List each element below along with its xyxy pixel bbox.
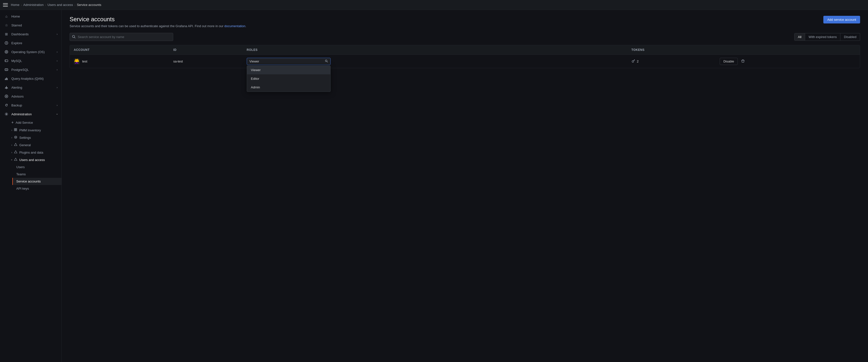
sidebar-item-backup[interactable]: Backup › [0,101,61,110]
svg-rect-37 [79,60,79,62]
svg-rect-26 [76,59,76,59]
sidebar-item-general[interactable]: › General [11,141,61,149]
documentation-link[interactable]: documentation [224,24,245,28]
sidebar-item-postgresql-label: PostgreSQL [11,68,29,72]
breadcrumb-sep-1: › [21,3,22,6]
filter-tab-disabled[interactable]: Disabled [840,33,860,41]
breadcrumb-current: Service accounts [77,3,101,7]
main-content: Service accounts Service accounts and th… [62,10,868,362]
role-option-viewer[interactable]: Viewer [247,66,330,74]
sidebar-item-advisors[interactable]: Advisors [0,92,61,101]
col-id: ID [169,45,243,55]
sidebar-item-users-label: Users [16,165,25,169]
page-title: Service accounts [69,16,246,23]
pmm-chevron: › [11,129,12,132]
filter-bar: All With expired tokens Disabled [69,33,860,41]
role-dropdown-input[interactable] [247,58,331,65]
sidebar-item-pmm-inventory[interactable]: › PMM Inventory [11,127,61,134]
sidebar-item-home-label: Home [11,15,20,18]
add-service-icon: + [11,120,13,125]
sidebar-item-administration[interactable]: Administration › [0,110,61,118]
tokens-count: 2 [637,59,639,63]
delete-button[interactable] [740,58,746,65]
os-icon [4,49,9,54]
sidebar-item-alerting-label: Alerting [11,86,22,89]
sidebar-item-api-keys[interactable]: API keys [16,185,61,192]
sidebar-item-service-accounts[interactable]: Service accounts [12,178,61,185]
sidebar-item-advisors-label: Advisors [11,94,24,98]
add-service-account-button[interactable]: Add service account [823,16,860,24]
col-tokens: Tokens [627,45,716,55]
search-input[interactable] [69,33,173,41]
sidebar-item-explore[interactable]: Explore [0,38,61,48]
sidebar-item-teams[interactable]: Teams [16,171,61,178]
svg-rect-32 [75,60,75,60]
role-option-editor[interactable]: Editor [247,74,330,83]
service-accounts-table: Account ID Roles Tokens [70,45,860,68]
sidebar-item-starred[interactable]: ☆ Starred [0,21,61,30]
sidebar-item-alerting[interactable]: Alerting › [0,83,61,92]
breadcrumb-administration[interactable]: Administration [23,3,43,7]
sidebar-item-users-access[interactable]: › Users and access [11,156,61,164]
svg-point-15 [5,95,8,98]
sidebar-item-os[interactable]: Operating System (OS) › [0,48,61,56]
svg-point-42 [325,60,327,62]
sidebar-item-pmm-label: PMM Inventory [19,129,41,132]
account-avatar [74,58,80,64]
filter-tab-expired[interactable]: With expired tokens [805,33,840,41]
sidebar-nav: ⌂ Home ☆ Starred ⊞ Dashboards › Explore [0,10,61,194]
svg-point-23 [14,136,17,139]
sidebar-item-add-service-label: Add Service [16,121,33,124]
dashboards-icon: ⊞ [4,32,9,36]
main-layout: ⌂ Home ☆ Starred ⊞ Dashboards › Explore [0,10,868,362]
role-search-field[interactable] [249,59,323,63]
mysql-icon [4,58,9,63]
sidebar-item-teams-label: Teams [16,172,26,176]
role-option-admin[interactable]: Admin [247,83,330,92]
sidebar-item-home[interactable]: ⌂ Home [0,12,61,21]
breadcrumb-users-access[interactable]: Users and access [48,3,73,7]
alert-icon [4,85,9,90]
page-title-area: Service accounts Service accounts and th… [69,16,246,28]
svg-point-14 [6,88,7,89]
svg-rect-41 [77,63,78,63]
plugins-icon [14,150,17,154]
svg-rect-12 [7,78,8,80]
svg-rect-28 [75,59,75,60]
sidebar-item-mysql-label: MySQL [11,59,22,63]
sidebar-item-dashboards[interactable]: ⊞ Dashboards › [0,30,61,38]
sidebar-item-qan[interactable]: Query Analytics (QAN) [0,74,61,83]
breadcrumb-home[interactable]: Home [11,3,20,7]
settings-chevron: › [11,136,12,139]
sidebar-item-plugins[interactable]: › Plugins and data [11,149,61,156]
disable-button[interactable]: Disable [720,58,738,65]
filter-tab-all[interactable]: All [794,33,805,41]
actions-cell: Disable [716,55,860,68]
account-id-cell: sa-test [169,55,243,68]
sidebar-item-api-keys-label: API keys [16,187,29,190]
users-access-icon [14,158,17,162]
pmm-inventory-icon [14,128,17,132]
home-icon: ⌂ [4,14,9,19]
svg-rect-6 [5,68,8,71]
sidebar-item-settings[interactable]: › Settings [11,134,61,141]
menu-icon[interactable] [3,2,8,7]
sidebar-item-users-access-label: Users and access [19,158,45,162]
svg-rect-29 [76,59,78,60]
svg-rect-19 [16,129,17,130]
svg-rect-39 [76,62,78,63]
sidebar-item-settings-label: Settings [19,136,31,140]
sidebar-item-add-service[interactable]: + Add Service [11,118,61,127]
svg-rect-11 [6,78,7,80]
general-chevron: › [11,144,12,146]
sidebar-item-service-accounts-label: Service accounts [16,179,41,183]
page-subtitle-text: Service accounts and their tokens can be… [69,24,223,28]
role-menu: Viewer Editor Admin [247,65,331,92]
sidebar-item-mysql[interactable]: MySQL › [0,56,61,65]
sidebar-item-administration-label: Administration [11,112,32,116]
role-cell: Viewer Editor Admin [243,55,627,68]
svg-rect-40 [75,63,76,63]
sidebar-item-users[interactable]: Users [16,164,61,171]
sidebar-item-postgresql[interactable]: PostgreSQL › [0,65,61,74]
sidebar-item-explore-label: Explore [11,41,22,45]
